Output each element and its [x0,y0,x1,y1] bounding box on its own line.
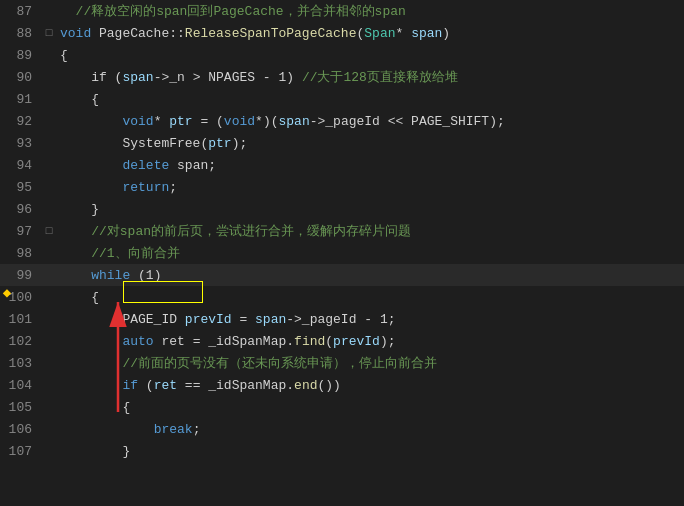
code-line: 101 PAGE_ID prevId = span->_pageId - 1; [0,308,684,330]
fold-indicator[interactable]: □ [42,225,56,237]
code-line: 102 auto ret = _idSpanMap.find(prevId); [0,330,684,352]
code-content: { [56,48,684,63]
fold-indicator[interactable]: □ [42,27,56,39]
code-content: } [56,444,684,459]
token [60,422,154,437]
code-content: PAGE_ID prevId = span->_pageId - 1; [56,312,684,327]
code-line: 91 { [0,88,684,110]
code-line: 105 { [0,396,684,418]
line-number: 87 [0,4,42,19]
code-content: SystemFree(ptr); [56,136,684,151]
code-content: } [56,202,684,217]
code-content: while (1) [56,268,684,283]
token: ptr [208,136,231,151]
line-number: 104 [0,378,42,393]
line-number: 102 [0,334,42,349]
token: ->_n > NPAGES - 1) [154,70,302,85]
code-line: 106 break; [0,418,684,440]
token [60,158,122,173]
line-number: 105 [0,400,42,415]
token: span [122,70,153,85]
token: ret [154,378,177,393]
line-number: 96 [0,202,42,217]
token: ; [169,180,177,195]
token: { [60,400,130,415]
token: { [60,290,99,305]
code-line: 87 //释放空闲的span回到PageCache，并合并相邻的span [0,0,684,22]
line-number: 92 [0,114,42,129]
token: ReleaseSpanToPageCache [185,26,357,41]
token: SystemFree( [60,136,208,151]
code-content: return; [56,180,684,195]
token: void [60,26,99,41]
token: end [294,378,317,393]
token: span [278,114,309,129]
line-number: 107 [0,444,42,459]
token: ret = _idSpanMap. [154,334,294,349]
code-line: 89{ [0,44,684,66]
token: span [411,26,442,41]
token: == _idSpanMap. [177,378,294,393]
token: PageCache:: [99,26,185,41]
token [60,180,122,195]
token: //大于128页直接释放给堆 [302,70,458,85]
token: void [224,114,255,129]
token: { [60,48,68,63]
line-number: 97 [0,224,42,239]
code-line: 93 SystemFree(ptr); [0,132,684,154]
line-number: 91 [0,92,42,107]
token [60,378,122,393]
line-number: 89 [0,48,42,63]
token: while [91,268,130,283]
code-content: void* ptr = (void*)(span->_pageId << PAG… [56,114,684,129]
token: } [60,444,130,459]
token: ; [193,422,201,437]
code-content: break; [56,422,684,437]
token: //对span的前后页，尝试进行合并，缓解内存碎片问题 [60,224,411,239]
token: ) [442,26,450,41]
line-number: 94 [0,158,42,173]
token: span; [169,158,216,173]
line-number: 95 [0,180,42,195]
code-line: 103 //前面的页号没有（还未向系统申请），停止向前合并 [0,352,684,374]
code-line: 96 } [0,198,684,220]
token: if ( [60,70,122,85]
code-line: 107 } [0,440,684,462]
code-content: if (span->_n > NPAGES - 1) //大于128页直接释放给… [56,68,684,86]
token: //释放空闲的span回到PageCache，并合并相邻的span [60,4,406,19]
code-content: { [56,92,684,107]
code-line: 100 { [0,286,684,308]
line-number: 93 [0,136,42,151]
token: ()) [317,378,340,393]
code-line: 94 delete span; [0,154,684,176]
code-content: //1、向前合并 [56,244,684,262]
token: break [154,422,193,437]
code-content: auto ret = _idSpanMap.find(prevId); [56,334,684,349]
code-content: //对span的前后页，尝试进行合并，缓解内存碎片问题 [56,222,684,240]
token: void [60,114,154,129]
token: * [154,114,170,129]
code-content: //释放空闲的span回到PageCache，并合并相邻的span [56,2,684,20]
token: prevId [333,334,380,349]
line-number: 103 [0,356,42,371]
line-number: 101 [0,312,42,327]
token [60,268,91,283]
line-number: 88 [0,26,42,41]
line-number: 98 [0,246,42,261]
code-line: 104 if (ret == _idSpanMap.end()) [0,374,684,396]
token: } [60,202,99,217]
token: = [232,312,255,327]
token: span [255,312,286,327]
token: ); [380,334,396,349]
code-content: void PageCache::ReleaseSpanToPageCache(S… [56,26,684,41]
token: ( [325,334,333,349]
line-number: 106 [0,422,42,437]
code-line: 90 if (span->_n > NPAGES - 1) //大于128页直接… [0,66,684,88]
token: ); [232,136,248,151]
code-content: { [56,290,684,305]
token: PAGE_ID [60,312,185,327]
token: prevId [185,312,232,327]
code-content: delete span; [56,158,684,173]
token: //前面的页号没有（还未向系统申请），停止向前合并 [60,356,437,371]
code-content: if (ret == _idSpanMap.end()) [56,378,684,393]
